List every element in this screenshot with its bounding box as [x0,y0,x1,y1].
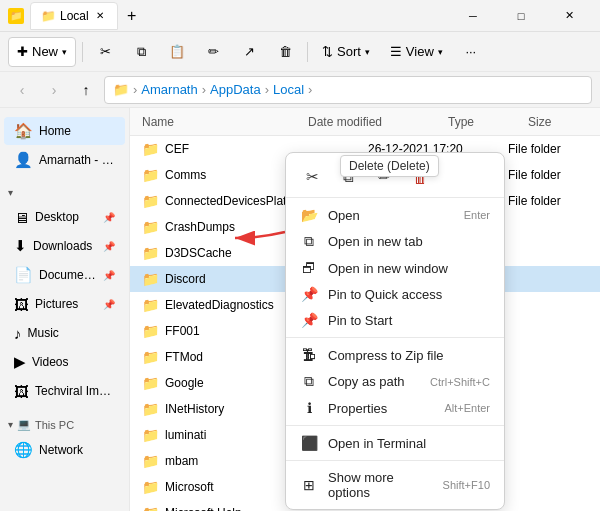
sidebar-item-downloads[interactable]: ⬇ Downloads 📌 [4,232,125,260]
up-button[interactable]: ↑ [72,76,100,104]
forward-button[interactable]: › [40,76,68,104]
view-button[interactable]: ☰ View ▾ [382,37,451,67]
sidebar-videos-label: Videos [32,355,68,369]
ctx-open-label: Open [328,208,454,223]
more-options-button[interactable]: ··· [455,37,487,67]
sidebar-item-videos[interactable]: ▶ Videos [4,348,125,376]
folder-icon-inet: 📁 [142,401,159,417]
sidebar-documents-label: Documents [39,268,97,282]
new-tab-button[interactable]: + [118,2,146,30]
folder-icon-discord: 📁 [142,271,159,287]
breadcrumb-amarnath[interactable]: Amarnath [141,82,197,97]
tab-close-button[interactable]: ✕ [93,9,107,23]
delete-tooltip: Delete (Delete) [340,155,439,177]
breadcrumb-local[interactable]: Local [273,82,304,97]
pictures-icon: 🖼 [14,296,29,313]
sidebar-item-home[interactable]: 🏠 Home [4,117,125,145]
downloads-icon: ⬇ [14,237,27,255]
share-button[interactable]: ↗ [233,37,265,67]
home-icon: 🏠 [14,122,33,140]
sidebar-thispc-header[interactable]: ▾ 💻 This PC [0,414,129,435]
sidebar: 🏠 Home 👤 Amarnath - Person ▾ 🖥 Desktop 📌… [0,108,130,511]
ctx-compress-zip[interactable]: 🗜 Compress to Zip file [286,342,504,368]
sidebar-pictures-label: Pictures [35,297,78,311]
pin-icon-4: 📌 [103,299,115,310]
pin-icon: 📌 [103,212,115,223]
sort-icon: ⇅ [322,44,333,59]
ctx-properties[interactable]: ℹ Properties Alt+Enter [286,395,504,421]
sidebar-home-label: Home [39,124,71,138]
ctx-open-icon: 📂 [300,207,318,223]
sidebar-item-techviral[interactable]: 🖼 Techviral Images [4,377,125,405]
sort-button[interactable]: ⇅ Sort ▾ [314,37,378,67]
ctx-more-shortcut: Shift+F10 [443,479,490,491]
context-menu: ✂ ⧉ ✏ 🗑 📂 Open Enter ⧉ Open in new tab 🗗… [285,152,505,510]
ctx-properties-label: Properties [328,401,434,416]
address-bar: ‹ › ↑ 📁 › Amarnath › AppData › Local › [0,72,600,108]
ctx-open-new-window[interactable]: 🗗 Open in new window [286,255,504,281]
ctx-new-tab-icon: ⧉ [300,233,318,250]
sidebar-item-pictures[interactable]: 🖼 Pictures 📌 [4,290,125,318]
header-date: Date modified [308,115,448,129]
sidebar-item-documents[interactable]: 📄 Documents 📌 [4,261,125,289]
sidebar-item-amarnath[interactable]: 👤 Amarnath - Person [4,146,125,174]
ctx-pin-quick-access[interactable]: 📌 Pin to Quick access [286,281,504,307]
ctx-show-more[interactable]: ⊞ Show more options Shift+F10 [286,465,504,505]
rename-button[interactable]: ✏ [197,37,229,67]
header-size: Size [528,115,588,129]
new-button[interactable]: ✚ New ▾ [8,37,76,67]
ctx-copy-path-label: Copy as path [328,374,420,389]
new-icon: ✚ [17,44,28,59]
copy-button[interactable]: ⧉ [125,37,157,67]
folder-icon-google: 📁 [142,375,159,391]
breadcrumb-appdata[interactable]: AppData [210,82,261,97]
ctx-properties-shortcut: Alt+Enter [444,402,490,414]
new-label: New [32,44,58,59]
folder-icon: 📁 [142,141,159,157]
ctx-separator-1 [286,337,504,338]
ctx-open-new-tab[interactable]: ⧉ Open in new tab [286,228,504,255]
sidebar-quick-access-header[interactable]: ▾ [0,183,129,202]
ctx-copy-path-shortcut: Ctrl+Shift+C [430,376,490,388]
sort-label: Sort [337,44,361,59]
ctx-terminal-label: Open in Terminal [328,436,490,451]
folder-icon-ms: 📁 [142,479,159,495]
thispc-chevron-icon: ▾ [8,419,13,430]
cut-button[interactable]: ✂ [89,37,121,67]
ctx-new-tab-label: Open in new tab [328,234,490,249]
techviral-icon: 🖼 [14,383,29,400]
ctx-cut-button[interactable]: ✂ [298,163,326,191]
view-chevron-icon: ▾ [438,47,443,57]
folder-icon-crashdumps: 📁 [142,219,159,235]
folder-icon-d3ds: 📁 [142,245,159,261]
close-button[interactable]: ✕ [546,0,592,32]
ctx-open-terminal[interactable]: ⬛ Open in Terminal [286,430,504,456]
ctx-copy-path[interactable]: ⧉ Copy as path Ctrl+Shift+C [286,368,504,395]
minimize-button[interactable]: ─ [450,0,496,32]
sidebar-item-music[interactable]: ♪ Music [4,319,125,347]
header-name: Name [142,115,308,129]
toolbar-separator-1 [82,42,83,62]
breadcrumb[interactable]: 📁 › Amarnath › AppData › Local › [104,76,592,104]
paste-icon[interactable]: 📋 [161,37,193,67]
ctx-new-window-label: Open in new window [328,261,490,276]
delete-button[interactable]: 🗑 [269,37,301,67]
maximize-button[interactable]: □ [498,0,544,32]
ctx-pin-quick-label: Pin to Quick access [328,287,490,302]
ctx-pin-icon: 📌 [300,286,318,302]
ctx-terminal-icon: ⬛ [300,435,318,451]
documents-icon: 📄 [14,266,33,284]
sidebar-desktop-label: Desktop [35,210,79,224]
desktop-icon: 🖥 [14,209,29,226]
back-button[interactable]: ‹ [8,76,36,104]
sidebar-item-network[interactable]: 🌐 Network [4,436,125,464]
tab-icon: 📁 [41,9,56,23]
music-icon: ♪ [14,325,22,342]
tab-local[interactable]: 📁 Local ✕ [30,2,118,30]
breadcrumb-home-icon: 📁 [113,82,129,97]
folder-icon-ftmod: 📁 [142,349,159,365]
sidebar-item-desktop[interactable]: 🖥 Desktop 📌 [4,203,125,231]
ctx-open[interactable]: 📂 Open Enter [286,202,504,228]
ctx-pin-start[interactable]: 📌 Pin to Start [286,307,504,333]
ctx-separator-3 [286,460,504,461]
